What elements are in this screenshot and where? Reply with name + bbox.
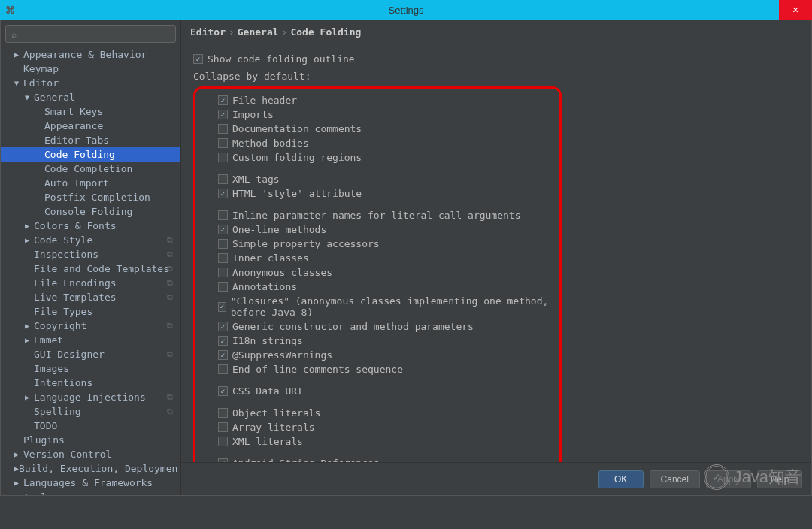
checkbox-label: XML tags	[232, 174, 280, 185]
close-button[interactable]: ×	[779, 0, 812, 20]
tree-item-label: Emmet	[34, 334, 63, 346]
expand-arrow-icon: ▶	[25, 336, 34, 344]
fold-option-checkbox[interactable]: XML tags	[203, 172, 552, 186]
tree-item-file-types[interactable]: File Types	[1, 304, 180, 319]
tree-item-code-style[interactable]: ▶Code Style⧉	[1, 233, 180, 247]
tree-item-code-completion[interactable]: Code Completion	[1, 162, 180, 176]
tree-item-gui-designer[interactable]: GUI Designer⧉	[1, 347, 180, 361]
fold-option-checkbox[interactable]: Custom folding regions	[203, 150, 552, 165]
fold-option-checkbox[interactable]: Annotations	[203, 280, 552, 294]
tree-item-label: Appearance & Behavior	[23, 49, 147, 60]
tree-item-file-and-code-templates[interactable]: File and Code Templates⧉	[1, 261, 180, 276]
tree-item-editor[interactable]: ▼Editor	[1, 76, 180, 90]
checkbox-label: Method bodies	[232, 138, 309, 149]
fold-option-checkbox[interactable]: CSS Data URI	[203, 384, 552, 398]
tree-item-spelling[interactable]: Spelling⧉	[1, 404, 180, 419]
search-input[interactable]	[5, 25, 176, 43]
fold-option-checkbox[interactable]: Object literals	[203, 406, 552, 420]
fold-option-checkbox[interactable]: File header	[203, 93, 552, 107]
settings-tree[interactable]: ▶Appearance & BehaviorKeymap▼Editor▼Gene…	[1, 47, 180, 495]
tree-item-label: Code Completion	[44, 163, 132, 174]
tree-item-appearance-behavior[interactable]: ▶Appearance & Behavior	[1, 47, 180, 62]
tree-item-label: Build, Execution, Deployment	[19, 463, 180, 474]
tree-item-languages-frameworks[interactable]: ▶Languages & Frameworks	[1, 476, 180, 490]
fold-option-checkbox[interactable]: @SuppressWarnings	[203, 348, 552, 362]
tree-item-label: Intentions	[34, 377, 92, 388]
checkbox-label: Inline parameter names for literal call …	[232, 210, 521, 221]
tree-item-copyright[interactable]: ▶Copyright⧉	[1, 319, 180, 333]
tree-item-plugins[interactable]: Plugins	[1, 433, 180, 447]
fold-option-checkbox[interactable]: Anonymous classes	[203, 265, 552, 280]
tree-item-file-encodings[interactable]: File Encodings⧉	[1, 276, 180, 290]
fold-option-checkbox[interactable]: Android String References	[203, 456, 552, 462]
tree-item-colors-fonts[interactable]: ▶Colors & Fonts	[1, 219, 180, 233]
expand-arrow-icon: ▼	[25, 93, 34, 101]
checkbox-icon	[218, 124, 228, 134]
fold-option-checkbox[interactable]: Simple property accessors	[203, 237, 552, 251]
tree-item-build-execution-deployment[interactable]: ▶Build, Execution, Deployment	[1, 461, 180, 476]
fold-option-checkbox[interactable]: Array literals	[203, 420, 552, 434]
checkbox-icon	[218, 408, 228, 418]
fold-option-checkbox[interactable]: One-line methods	[203, 222, 552, 237]
tree-item-label: General	[34, 92, 75, 103]
fold-option-checkbox[interactable]: Imports	[203, 107, 552, 122]
tree-item-label: Code Style	[34, 234, 92, 246]
show-outline-checkbox[interactable]: Show code folding outline	[193, 52, 799, 66]
tree-item-label: File Encodings	[34, 277, 117, 289]
tree-item-auto-import[interactable]: Auto Import	[1, 176, 180, 190]
fold-option-checkbox[interactable]: "Closures" (anonymous classes implementi…	[203, 294, 552, 319]
scope-badge-icon: ⧉	[167, 321, 173, 331]
checkbox-label: CSS Data URI	[232, 385, 303, 397]
tree-item-label: Colors & Fonts	[34, 220, 117, 231]
fold-option-checkbox[interactable]: Generic constructor and method parameter…	[203, 319, 552, 334]
tree-item-todo[interactable]: TODO	[1, 419, 180, 433]
tree-item-version-control[interactable]: ▶Version Control	[1, 447, 180, 461]
ok-button[interactable]: OK	[598, 470, 644, 488]
checkbox-label: File header	[232, 95, 297, 106]
tree-item-label: Spelling	[34, 406, 81, 417]
tree-item-inspections[interactable]: Inspections⧉	[1, 247, 180, 261]
tree-item-tools[interactable]: ▶Tools	[1, 490, 180, 495]
tree-item-editor-tabs[interactable]: Editor Tabs	[1, 133, 180, 147]
fold-option-checkbox[interactable]: Inner classes	[203, 251, 552, 265]
scope-badge-icon: ⧉	[167, 407, 173, 416]
fold-option-checkbox[interactable]: Method bodies	[203, 136, 552, 150]
scope-badge-icon: ⧉	[167, 349, 173, 359]
fold-option-checkbox[interactable]: XML literals	[203, 434, 552, 449]
tree-item-emmet[interactable]: ▶Emmet	[1, 333, 180, 347]
tree-item-appearance[interactable]: Appearance	[1, 119, 180, 133]
tree-item-label: Plugins	[23, 434, 65, 446]
tree-item-code-folding[interactable]: Code Folding	[1, 147, 180, 162]
checkbox-icon	[218, 364, 228, 374]
breadcrumb: Editor›General›Code Folding	[181, 20, 811, 44]
fold-option-checkbox[interactable]: I18n strings	[203, 334, 552, 348]
tree-item-intentions[interactable]: Intentions	[1, 376, 180, 390]
tree-item-label: Console Folding	[44, 206, 132, 217]
sidebar: ⌕ ▶Appearance & BehaviorKeymap▼Editor▼Ge…	[1, 20, 181, 495]
tree-item-images[interactable]: Images	[1, 361, 180, 376]
fold-option-checkbox[interactable]: End of line comments sequence	[203, 362, 552, 376]
checkbox-icon	[218, 253, 228, 263]
tree-item-keymap[interactable]: Keymap	[1, 62, 180, 76]
tree-item-general[interactable]: ▼General	[1, 90, 180, 104]
tree-item-postfix-completion[interactable]: Postfix Completion	[1, 190, 180, 204]
tree-item-console-folding[interactable]: Console Folding	[1, 204, 180, 219]
tree-item-label: Inspections	[34, 249, 98, 260]
checkbox-icon	[218, 210, 228, 220]
tree-item-label: Editor	[23, 77, 59, 89]
tree-item-smart-keys[interactable]: Smart Keys	[1, 104, 180, 119]
tree-item-label: Postfix Completion	[44, 192, 150, 203]
tree-item-live-templates[interactable]: Live Templates⧉	[1, 290, 180, 304]
fold-option-checkbox[interactable]: Inline parameter names for literal call …	[203, 208, 552, 222]
cancel-button[interactable]: Cancel	[650, 470, 700, 488]
watermark: ✓ Java知音	[704, 464, 801, 490]
checkbox-label: Simple property accessors	[232, 238, 380, 249]
tree-item-language-injections[interactable]: ▶Language Injections⧉	[1, 390, 180, 404]
expand-arrow-icon: ▶	[14, 450, 23, 458]
fold-option-checkbox[interactable]: Documentation comments	[203, 122, 552, 136]
fold-option-checkbox[interactable]: HTML 'style' attribute	[203, 186, 552, 201]
tree-item-label: Copyright	[34, 320, 86, 331]
checkbox-icon	[218, 225, 228, 234]
scope-badge-icon: ⧉	[167, 392, 173, 402]
expand-arrow-icon: ▶	[25, 236, 34, 244]
